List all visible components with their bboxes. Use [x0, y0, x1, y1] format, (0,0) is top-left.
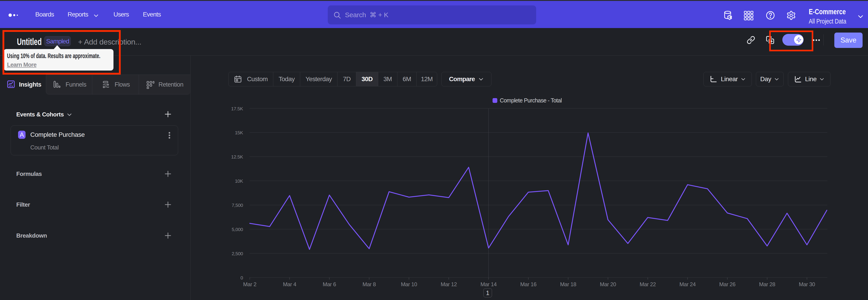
- svg-text:Mar 2: Mar 2: [243, 281, 256, 287]
- svg-text:Mar 30: Mar 30: [799, 281, 815, 287]
- svg-text:5,000: 5,000: [232, 227, 243, 232]
- svg-text:Mar 8: Mar 8: [363, 281, 376, 287]
- svg-text:0: 0: [241, 275, 243, 280]
- svg-text:Mar 12: Mar 12: [440, 281, 457, 287]
- svg-text:Mar 26: Mar 26: [719, 281, 736, 287]
- svg-text:Mar 6: Mar 6: [323, 281, 336, 287]
- svg-text:Mar 20: Mar 20: [600, 281, 616, 287]
- svg-text:Mar 18: Mar 18: [560, 281, 577, 287]
- svg-text:Mar 10: Mar 10: [401, 281, 417, 287]
- svg-text:17.5K: 17.5K: [231, 106, 243, 111]
- svg-text:10K: 10K: [235, 178, 243, 184]
- svg-text:Mar 24: Mar 24: [680, 281, 696, 287]
- svg-text:12.5K: 12.5K: [231, 154, 243, 159]
- svg-text:2,500: 2,500: [232, 251, 243, 256]
- svg-text:Mar 16: Mar 16: [520, 281, 537, 287]
- svg-text:Mar 28: Mar 28: [759, 281, 775, 287]
- svg-text:15K: 15K: [235, 130, 243, 135]
- svg-text:Mar 14: Mar 14: [480, 281, 497, 287]
- svg-text:7,500: 7,500: [232, 203, 243, 208]
- svg-text:Mar 22: Mar 22: [640, 281, 656, 287]
- svg-text:Mar 4: Mar 4: [283, 281, 296, 287]
